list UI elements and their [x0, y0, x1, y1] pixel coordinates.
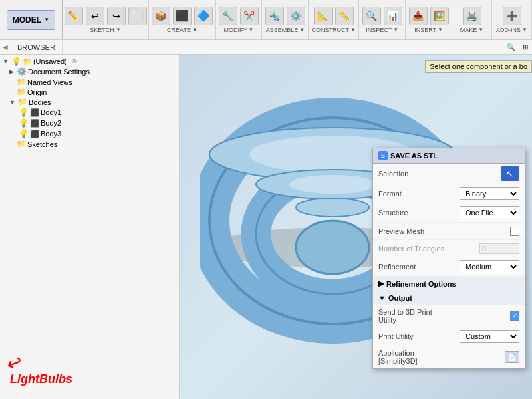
- modify-1-icon[interactable]: 🔧: [219, 7, 237, 25]
- insert-label[interactable]: INSERT ▼: [414, 27, 443, 33]
- application-file-icon[interactable]: 📄: [505, 351, 519, 363]
- format-select[interactable]: Binary ASCII: [460, 187, 519, 200]
- create-cyl-icon[interactable]: ⬛: [173, 7, 192, 25]
- preview-mesh-row: Preview Mesh: [373, 223, 525, 240]
- selection-control[interactable]: ↖: [449, 166, 519, 181]
- application-label: Application [Simplify3D]: [378, 349, 449, 365]
- body1-label: Body1: [41, 108, 61, 116]
- browser-options-icon[interactable]: ⊞: [519, 42, 532, 52]
- make-section: 🖨️ MAKE ▼: [452, 0, 492, 39]
- inspect-2-icon[interactable]: 📊: [384, 7, 402, 25]
- body3-box-icon: ⬛: [30, 130, 39, 138]
- stl-panel-title: SAVE AS STL: [390, 152, 438, 160]
- undo-icon[interactable]: ↩: [86, 7, 104, 25]
- construct-text: CONSTRUCT: [312, 27, 350, 33]
- sketch-pencil-icon[interactable]: ✏️: [65, 7, 83, 25]
- main-area: ▼ 💡 📁 (Unsaved) 👁 ▶ ⚙️ Document Settings…: [0, 55, 532, 399]
- cursor-select-icon[interactable]: ↖: [501, 166, 519, 181]
- addins-text: ADD-INS: [496, 27, 521, 33]
- tree-body2[interactable]: 💡 ⬛ Body2: [0, 118, 179, 128]
- model-button[interactable]: MODEL ▼: [7, 10, 55, 30]
- assemble-1-icon[interactable]: 🔩: [265, 7, 284, 25]
- create-label[interactable]: CREATE ▼: [167, 27, 198, 33]
- tree-sketches[interactable]: ▶ 📁 Sketches: [0, 139, 179, 149]
- application-control[interactable]: 📄: [449, 351, 519, 363]
- sketch-rect-icon[interactable]: ⬜: [128, 7, 147, 25]
- create-sphere-icon[interactable]: 🔷: [194, 7, 213, 25]
- num-triangles-label: Number of Triangles: [378, 245, 449, 253]
- make-label[interactable]: MAKE ▼: [460, 27, 483, 33]
- refinement-options-header[interactable]: ▶ Refinement Options: [373, 277, 525, 291]
- construct-dropdown-icon: ▼: [350, 27, 356, 33]
- tree-bodies[interactable]: ▼ 📁 Bodies: [0, 97, 179, 107]
- print-utility-select[interactable]: Custom Simplify3D Other: [460, 330, 519, 343]
- redo-icon[interactable]: ↪: [107, 7, 126, 25]
- refinement-control[interactable]: Coarse Medium Fine Custom: [449, 260, 519, 273]
- assemble-2-icon[interactable]: ⚙️: [287, 7, 305, 25]
- refinement-options-arrow-icon: ▶: [378, 279, 384, 288]
- selection-label: Selection: [378, 170, 449, 178]
- tree-origin[interactable]: ▶ 📁 Origin: [0, 87, 179, 97]
- insert-dropdown-icon: ▼: [438, 27, 443, 33]
- addins-dropdown-icon: ▼: [522, 27, 527, 33]
- sketches-label: Sketches: [27, 140, 57, 148]
- make-1-icon[interactable]: 🖨️: [463, 7, 481, 25]
- assemble-label[interactable]: ASSEMBLE ▼: [266, 27, 305, 33]
- refinement-select[interactable]: Coarse Medium Fine Custom: [460, 260, 519, 273]
- tree-root[interactable]: ▼ 💡 📁 (Unsaved) 👁: [0, 56, 179, 66]
- format-control[interactable]: Binary ASCII: [449, 187, 519, 200]
- output-section-header[interactable]: ▼ Output: [373, 291, 525, 305]
- root-lightbulb-icon: 💡: [11, 57, 21, 66]
- refinement-label: Refinement: [378, 263, 449, 271]
- construct-2-icon[interactable]: 📏: [335, 7, 354, 25]
- body1-box-icon: ⬛: [30, 108, 39, 117]
- make-text: MAKE: [460, 27, 477, 33]
- model-section: MODEL ▼: [0, 0, 63, 39]
- origin-folder-icon: 📁: [17, 88, 26, 96]
- tree-doc-settings[interactable]: ▶ ⚙️ Document Settings: [0, 66, 179, 77]
- sketch-label[interactable]: SKETCH ▼: [90, 27, 120, 33]
- send-3d-control[interactable]: ✓: [449, 311, 519, 321]
- modify-dropdown-icon: ▼: [249, 27, 254, 33]
- preview-mesh-control[interactable]: [449, 227, 519, 236]
- construct-section: 📐 📏 CONSTRUCT ▼: [309, 0, 359, 39]
- root-label: (Unsaved): [33, 57, 67, 65]
- construct-1-icon[interactable]: 📐: [314, 7, 332, 25]
- insert-1-icon[interactable]: 📥: [409, 7, 428, 25]
- addins-label[interactable]: ADD-INS ▼: [496, 27, 527, 33]
- root-arrow-icon: ▼: [3, 58, 9, 65]
- browser-toolbar: ◀ BROWSER 🔍 ⊞: [0, 40, 532, 55]
- tree-body1[interactable]: 💡 ⬛ Body1: [0, 107, 179, 118]
- modify-label[interactable]: MODIFY ▼: [224, 27, 254, 33]
- addins-1-icon[interactable]: ➕: [503, 7, 521, 25]
- send-3d-checkbox[interactable]: ✓: [510, 311, 519, 321]
- assemble-text: ASSEMBLE: [266, 27, 299, 33]
- structure-select[interactable]: One File One File Per Body: [460, 206, 519, 219]
- format-label: Format: [378, 190, 449, 198]
- refinement-row: Refinement Coarse Medium Fine Custom: [373, 257, 525, 277]
- model-label: MODEL: [13, 15, 41, 25]
- nav-back-icon[interactable]: ◀: [0, 43, 11, 51]
- structure-control[interactable]: One File One File Per Body: [449, 206, 519, 219]
- modify-2-icon[interactable]: ✂️: [240, 7, 259, 25]
- create-box-icon[interactable]: 📦: [152, 7, 170, 25]
- inspect-dropdown-icon: ▼: [393, 27, 398, 33]
- browser-title: BROWSER: [11, 40, 63, 54]
- tree-named-views[interactable]: ▶ 📁 Named Views: [0, 77, 179, 87]
- inspect-1-icon[interactable]: 🔍: [362, 7, 381, 25]
- output-arrow-icon: ▼: [378, 294, 386, 302]
- inspect-text: INSPECT: [366, 27, 392, 33]
- canvas-area[interactable]: Select one component or a bo S: [180, 55, 532, 399]
- sketch-text: SKETCH: [90, 27, 114, 33]
- preview-mesh-checkbox[interactable]: [510, 227, 519, 236]
- output-label: Output: [388, 294, 412, 302]
- print-utility-control[interactable]: Custom Simplify3D Other: [449, 330, 519, 343]
- tree-body3[interactable]: 💡 ⬛ Body3: [0, 128, 179, 139]
- sketch-dropdown-icon: ▼: [116, 27, 121, 33]
- construct-label[interactable]: CONSTRUCT ▼: [312, 27, 356, 33]
- inspect-section: 🔍 📊 INSPECT ▼: [359, 0, 406, 39]
- print-utility-row: Print Utility Custom Simplify3D Other: [373, 327, 525, 346]
- insert-2-icon[interactable]: 🖼️: [430, 7, 449, 25]
- browser-search-icon[interactable]: 🔍: [503, 42, 519, 52]
- inspect-label[interactable]: INSPECT ▼: [366, 27, 398, 33]
